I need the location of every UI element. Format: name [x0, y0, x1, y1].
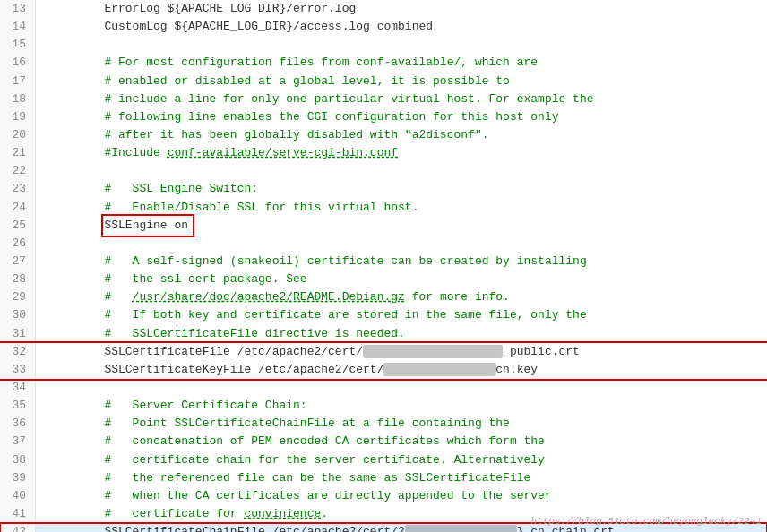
line-row: 25 SSLEngine on: [0, 217, 767, 235]
line-row: 17 # enabled or disabled at a global lev…: [0, 73, 767, 90]
line-content: # the referenced file can be the same as…: [36, 469, 767, 487]
blurred-key-name: [384, 363, 496, 376]
line-row: 18 # include a line for only one particu…: [0, 90, 767, 108]
line-content: # /usr/share/doc/apache2/README.Debian.g…: [36, 288, 767, 306]
line-row: 13 ErrorLog ${APACHE_LOG_DIR}/error.log: [0, 0, 767, 18]
line-number: 23: [0, 180, 36, 198]
line-row: 30 # If both key and certificate are sto…: [0, 306, 767, 324]
line-content: # SSL Engine Switch:: [36, 180, 767, 198]
line-row: 35 # Server Certificate Chain:: [0, 397, 767, 415]
line-content: SSLEngine on: [36, 217, 767, 235]
line-number: 16: [0, 54, 36, 72]
blurred-chain-name: [405, 525, 517, 532]
line-content: # following line enables the CGI configu…: [36, 108, 767, 126]
line-content: #Include conf-available/serve-cgi-bin.co…: [36, 144, 767, 162]
line-number: 19: [0, 108, 36, 126]
line-number: 34: [0, 379, 36, 397]
line-content: # SSLCertificateFile directive is needed…: [36, 325, 767, 343]
line-content: # For most configuration files from conf…: [36, 54, 767, 72]
ssl-cert-files-box: 32 SSLCertificateFile /etc/apache2/cert/…: [0, 343, 767, 379]
line-content: SSLCertificateKeyFile /etc/apache2/cert/…: [36, 361, 767, 379]
line-content: # A self-signed (snakeoil) certificate c…: [36, 253, 767, 270]
line-number: 15: [0, 36, 36, 54]
line-number: 25: [0, 217, 36, 235]
line-row: 16 # For most configuration files from c…: [0, 54, 767, 72]
line-content: CustomLog ${APACHE_LOG_DIR}/access.log c…: [36, 18, 767, 36]
line-row: 21 #Include conf-available/serve-cgi-bin…: [0, 144, 767, 162]
line-number: 39: [0, 469, 36, 487]
line-row: 19 # following line enables the CGI conf…: [0, 108, 767, 126]
line-content: # If both key and certificate are stored…: [36, 306, 767, 324]
line-content: # after it has been globally disabled wi…: [36, 126, 767, 144]
line-row: 23 # SSL Engine Switch:: [0, 180, 767, 198]
line-number: 33: [0, 361, 36, 379]
line-number: 40: [0, 487, 36, 505]
line-content: # Enable/Disable SSL for this virtual ho…: [36, 199, 767, 217]
line-content: # certificate chain for the server certi…: [36, 451, 767, 469]
line-number: 22: [0, 162, 36, 180]
line-content: # include a line for only one particular…: [36, 90, 767, 108]
line-row: 38 # certificate chain for the server ce…: [0, 451, 767, 469]
line-number: 36: [0, 415, 36, 433]
line-row: 22: [0, 162, 767, 180]
line-row: 24 # Enable/Disable SSL for this virtual…: [0, 199, 767, 217]
line-number: 27: [0, 253, 36, 270]
line-content: SSLCertificateFile /etc/apache2/cert/ _p…: [36, 343, 767, 361]
line-row: 34: [0, 379, 767, 397]
line-content: # enabled or disabled at a global level,…: [36, 73, 767, 90]
line-number: 24: [0, 199, 36, 217]
line-row: 28 # the ssl-cert package. See: [0, 270, 767, 288]
line-number: 38: [0, 451, 36, 469]
line-row: 40 # when the CA certificates are direct…: [0, 487, 767, 505]
line-row: 14 CustomLog ${APACHE_LOG_DIR}/access.lo…: [0, 18, 767, 36]
line-row: 32 SSLCertificateFile /etc/apache2/cert/…: [0, 343, 767, 361]
line-number: 35: [0, 397, 36, 415]
line-row: 29 # /usr/share/doc/apache2/README.Debia…: [0, 288, 767, 306]
line-number: 28: [0, 270, 36, 288]
line-number: 31: [0, 325, 36, 343]
line-number: 42: [0, 523, 36, 532]
watermark: https://blog.51cto.com/heyonglucky/2241: [531, 516, 762, 527]
line-number: 32: [0, 343, 36, 361]
line-content: ErrorLog ${APACHE_LOG_DIR}/error.log: [36, 0, 767, 18]
line-content: # the ssl-cert package. See: [36, 270, 767, 288]
blurred-cert-name: [363, 345, 503, 358]
line-row: 15: [0, 36, 767, 54]
line-number: 17: [0, 73, 36, 90]
line-number: 20: [0, 126, 36, 144]
code-viewer: 13 ErrorLog ${APACHE_LOG_DIR}/error.log1…: [0, 0, 767, 532]
line-content: # Server Certificate Chain:: [36, 397, 767, 415]
line-row: 26: [0, 235, 767, 253]
ssl-engine-highlight: SSLEngine on: [104, 217, 192, 235]
line-number: 26: [0, 235, 36, 253]
line-number: 41: [0, 505, 36, 523]
line-number: 14: [0, 18, 36, 36]
line-row: 37 # concatenation of PEM encoded CA cer…: [0, 433, 767, 450]
line-number: 29: [0, 288, 36, 306]
line-row: 31 # SSLCertificateFile directive is nee…: [0, 325, 767, 343]
line-number: 21: [0, 144, 36, 162]
line-content: # Point SSLCertificateChainFile at a fil…: [36, 415, 767, 433]
line-number: 18: [0, 90, 36, 108]
line-content: # when the CA certificates are directly …: [36, 487, 767, 505]
line-row: 39 # the referenced file can be the same…: [0, 469, 767, 487]
line-row: 33 SSLCertificateKeyFile /etc/apache2/ce…: [0, 361, 767, 379]
line-number: 13: [0, 0, 36, 18]
line-number: 37: [0, 433, 36, 450]
line-row: 27 # A self-signed (snakeoil) certificat…: [0, 253, 767, 270]
line-row: 20 # after it has been globally disabled…: [0, 126, 767, 144]
line-row: 36 # Point SSLCertificateChainFile at a …: [0, 415, 767, 433]
line-content: # concatenation of PEM encoded CA certif…: [36, 433, 767, 450]
line-number: 30: [0, 306, 36, 324]
